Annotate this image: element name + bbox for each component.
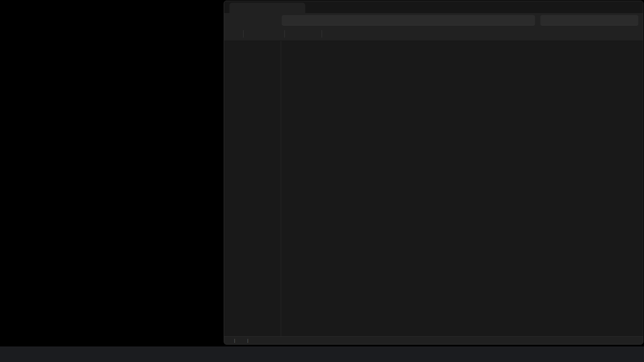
quick-access-header[interactable] (281, 50, 643, 61)
weather-widget[interactable] (4, 349, 19, 361)
system-tray (584, 347, 641, 362)
filter-button[interactable] (309, 28, 319, 39)
copy-button[interactable] (252, 28, 258, 39)
sun-icon (6, 350, 15, 359)
new-button[interactable] (230, 28, 241, 39)
onedrive-icon[interactable] (594, 352, 599, 358)
close-button[interactable] (628, 1, 643, 12)
home-tab-icon (233, 5, 238, 10)
favorites-header[interactable] (281, 62, 643, 74)
wifi-icon[interactable] (612, 352, 618, 358)
notification-bell-icon[interactable] (635, 352, 641, 358)
favorites-empty-text (281, 72, 643, 80)
refresh-button[interactable] (267, 15, 278, 25)
recent-header[interactable] (281, 84, 643, 96)
delete-button[interactable] (276, 28, 282, 39)
paste-button[interactable] (258, 28, 264, 39)
touch-keyboard-icon[interactable] (603, 352, 609, 358)
set-as-background-button[interactable] (324, 28, 333, 39)
cut-button[interactable] (246, 28, 252, 39)
volume-icon[interactable] (622, 352, 628, 358)
rename-button[interactable] (264, 28, 270, 39)
main-content (281, 41, 643, 336)
file-explorer-window: | | (224, 1, 643, 345)
search-input[interactable] (540, 15, 638, 25)
window-controls (597, 1, 643, 12)
new-tab-button[interactable] (309, 3, 317, 12)
tab-home[interactable] (229, 3, 305, 13)
more-options-button[interactable] (350, 28, 356, 39)
rotate-left-button[interactable] (333, 28, 341, 39)
tray-chevron-up-icon[interactable] (584, 352, 590, 358)
chevron-down-icon (290, 66, 294, 70)
chevron-down-icon (290, 53, 294, 57)
navigation-pane (224, 41, 281, 336)
maximize-button[interactable] (612, 1, 628, 12)
up-button[interactable] (254, 15, 265, 25)
tab-strip (224, 1, 643, 13)
forward-button[interactable] (241, 15, 252, 25)
share-button[interactable] (270, 28, 276, 39)
address-bar[interactable] (282, 15, 535, 25)
taskbar (0, 347, 644, 362)
view-button[interactable] (298, 28, 309, 39)
chevron-down-icon (290, 88, 294, 92)
back-button[interactable] (229, 15, 239, 25)
sort-button[interactable] (287, 28, 298, 39)
command-toolbar (224, 27, 643, 41)
rotate-right-button[interactable] (341, 28, 350, 39)
tab-close-button[interactable] (296, 5, 302, 11)
details-toggle-button[interactable] (631, 28, 639, 39)
status-bar: | | (224, 336, 643, 344)
navigation-bar (224, 13, 643, 27)
minimize-button[interactable] (597, 1, 612, 12)
